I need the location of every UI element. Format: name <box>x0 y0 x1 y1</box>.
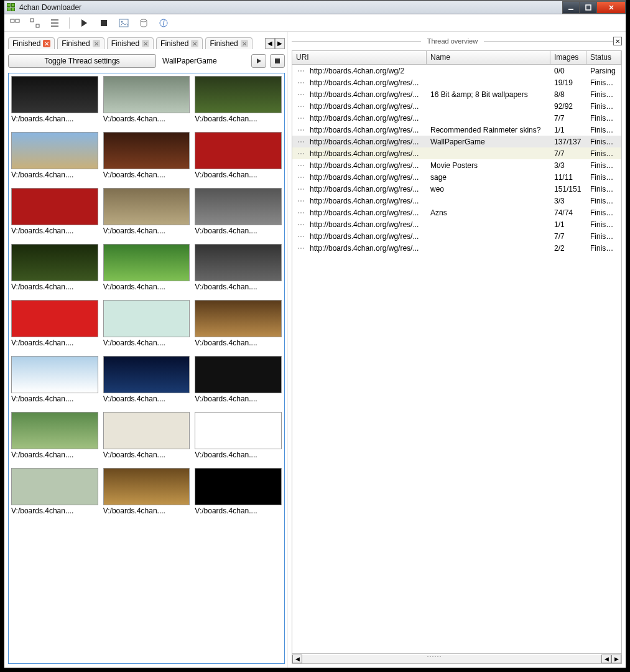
thumbnail-item[interactable]: V:/boards.4chan.... <box>11 300 98 347</box>
table-row[interactable]: ⋯http://boards.4chan.org/wg/res/...Recom… <box>292 124 621 136</box>
table-row[interactable]: ⋯http://boards.4chan.org/wg/res/...7/7Fi… <box>292 147 621 159</box>
table-row[interactable]: ⋯http://boards.4chan.org/wg/res/...2/2Fi… <box>292 242 621 254</box>
thumbnail-image[interactable] <box>103 76 190 113</box>
table-row[interactable]: ⋯http://boards.4chan.org/wg/20/0Parsing <box>292 65 621 77</box>
thumbnail-item[interactable]: V:/boards.4chan.... <box>11 244 98 291</box>
thumbnail-item[interactable]: V:/boards.4chan.... <box>103 412 190 459</box>
table-row[interactable]: ⋯http://boards.4chan.org/wg/res/...92/92… <box>292 100 621 112</box>
thumbnail-image[interactable] <box>103 468 190 505</box>
thumbnail-image[interactable] <box>11 412 98 449</box>
tab-3[interactable]: Finished✕ <box>156 37 203 49</box>
table-row[interactable]: ⋯http://boards.4chan.org/wg/res/...19/19… <box>292 77 621 88</box>
thumbnail-image[interactable] <box>195 468 282 505</box>
tab-2[interactable]: Finished✕ <box>107 37 154 49</box>
tab-close-icon[interactable]: ✕ <box>43 40 50 47</box>
thumbnail-image[interactable] <box>11 468 98 505</box>
thumbnail-item[interactable]: V:/boards.4chan.... <box>11 356 98 403</box>
window-list-icon[interactable] <box>9 17 21 29</box>
table-row[interactable]: ⋯http://boards.4chan.org/wg/res/...WallP… <box>292 136 621 147</box>
hscroll-right[interactable]: ◀ <box>601 655 611 663</box>
thumbnail-item[interactable]: V:/boards.4chan.... <box>195 132 282 179</box>
thumbnail-image[interactable] <box>103 132 190 169</box>
thumbnail-image[interactable] <box>195 188 282 225</box>
thumbnail-item[interactable]: V:/boards.4chan.... <box>11 132 98 179</box>
overview-close-button[interactable]: ✕ <box>613 37 622 45</box>
thumbnail-image[interactable] <box>195 356 282 393</box>
thumbnail-image[interactable] <box>103 244 190 281</box>
thumbnail-item[interactable]: V:/boards.4chan.... <box>195 300 282 347</box>
thread-stop-button[interactable] <box>270 54 285 68</box>
image-icon[interactable] <box>118 17 129 29</box>
thumbnail-item[interactable]: V:/boards.4chan.... <box>195 468 282 515</box>
table-row[interactable]: ⋯http://boards.4chan.org/wg/res/...sage1… <box>292 171 621 183</box>
table-horizontal-scroll[interactable]: ◀ ◀ ▶ <box>292 653 621 663</box>
thumbnail-item[interactable]: V:/boards.4chan.... <box>11 412 98 459</box>
thumbnail-item[interactable]: V:/boards.4chan.... <box>103 468 190 515</box>
thread-play-button[interactable] <box>251 54 266 68</box>
list-icon[interactable] <box>49 17 60 29</box>
thumbnail-image[interactable] <box>11 244 98 281</box>
tab-close-icon[interactable]: ✕ <box>93 40 100 47</box>
thumbnail-item[interactable]: V:/boards.4chan.... <box>195 244 282 291</box>
thumbnail-item[interactable]: V:/boards.4chan.... <box>103 244 190 291</box>
thumbnail-scroll[interactable]: V:/boards.4chan....V:/boards.4chan....V:… <box>8 73 285 664</box>
col-status[interactable]: Status <box>586 51 621 64</box>
table-row[interactable]: ⋯http://boards.4chan.org/wg/res/...Azns7… <box>292 207 621 218</box>
thumbnail-image[interactable] <box>195 300 282 337</box>
table-row[interactable]: ⋯http://boards.4chan.org/wg/res/...16 Bi… <box>292 88 621 100</box>
thumbnail-image[interactable] <box>195 244 282 281</box>
thumbnail-image[interactable] <box>103 188 190 225</box>
tab-close-icon[interactable]: ✕ <box>142 40 149 47</box>
tab-scroll-left[interactable]: ◀ <box>265 38 275 49</box>
thumbnail-image[interactable] <box>11 132 98 169</box>
thumbnail-item[interactable]: V:/boards.4chan.... <box>103 356 190 403</box>
thumbnail-item[interactable]: V:/boards.4chan.... <box>11 468 98 515</box>
thumbnail-item[interactable]: V:/boards.4chan.... <box>103 76 190 123</box>
tab-close-icon[interactable]: ✕ <box>241 40 248 47</box>
thumbnail-image[interactable] <box>195 132 282 169</box>
tab-scroll-right[interactable]: ▶ <box>275 38 285 49</box>
tab-0[interactable]: Finished✕ <box>8 37 55 49</box>
thumbnail-image[interactable] <box>195 412 282 449</box>
thumbnail-item[interactable]: V:/boards.4chan.... <box>195 188 282 235</box>
close-button[interactable] <box>597 1 626 14</box>
table-row[interactable]: ⋯http://boards.4chan.org/wg/res/...7/7Fi… <box>292 230 621 242</box>
thumbnail-image[interactable] <box>11 188 98 225</box>
thumbnail-item[interactable]: V:/boards.4chan.... <box>195 76 282 123</box>
col-images[interactable]: Images <box>550 51 586 64</box>
thumbnail-image[interactable] <box>11 300 98 337</box>
table-row[interactable]: ⋯http://boards.4chan.org/wg/res/...3/3Fi… <box>292 195 621 207</box>
thumbnail-item[interactable]: V:/boards.4chan.... <box>103 188 190 235</box>
toggle-thread-settings-button[interactable]: Toggle Thread settings <box>8 54 156 68</box>
table-row[interactable]: ⋯http://boards.4chan.org/wg/res/...Movie… <box>292 159 621 171</box>
thumbnail-item[interactable]: V:/boards.4chan.... <box>103 300 190 347</box>
thumbnail-item[interactable]: V:/boards.4chan.... <box>103 132 190 179</box>
maximize-button[interactable] <box>580 1 597 14</box>
db-icon[interactable] <box>138 17 149 29</box>
table-row[interactable]: ⋯http://boards.4chan.org/wg/res/...1/1Fi… <box>292 218 621 230</box>
tab-4[interactable]: Finished✕ <box>205 37 252 49</box>
tab-1[interactable]: Finished✕ <box>57 37 104 49</box>
play-icon[interactable] <box>78 17 90 29</box>
thumbnail-image[interactable] <box>11 76 98 113</box>
window-grid-icon[interactable] <box>29 17 40 29</box>
hscroll-right2[interactable]: ▶ <box>611 655 621 663</box>
table-row[interactable]: ⋯http://boards.4chan.org/wg/res/...7/7Fi… <box>292 112 621 124</box>
col-name[interactable]: Name <box>427 51 550 64</box>
tab-close-icon[interactable]: ✕ <box>191 40 198 47</box>
thumbnail-image[interactable] <box>103 356 190 393</box>
minimize-button[interactable] <box>562 1 580 14</box>
thumbnail-item[interactable]: V:/boards.4chan.... <box>11 188 98 235</box>
col-uri[interactable]: URI <box>292 51 427 64</box>
thumbnail-image[interactable] <box>103 300 190 337</box>
thumbnail-image[interactable] <box>195 76 282 113</box>
thumbnail-image[interactable] <box>103 412 190 449</box>
stop-icon[interactable] <box>98 17 109 29</box>
thumbnail-item[interactable]: V:/boards.4chan.... <box>11 76 98 123</box>
thumbnail-item[interactable]: V:/boards.4chan.... <box>195 356 282 403</box>
info-icon[interactable]: i <box>158 17 169 29</box>
titlebar[interactable]: 4chan Downloader <box>4 1 626 14</box>
hscroll-left[interactable]: ◀ <box>292 655 302 663</box>
thumbnail-item[interactable]: V:/boards.4chan.... <box>195 412 282 459</box>
thumbnail-image[interactable] <box>11 356 98 393</box>
